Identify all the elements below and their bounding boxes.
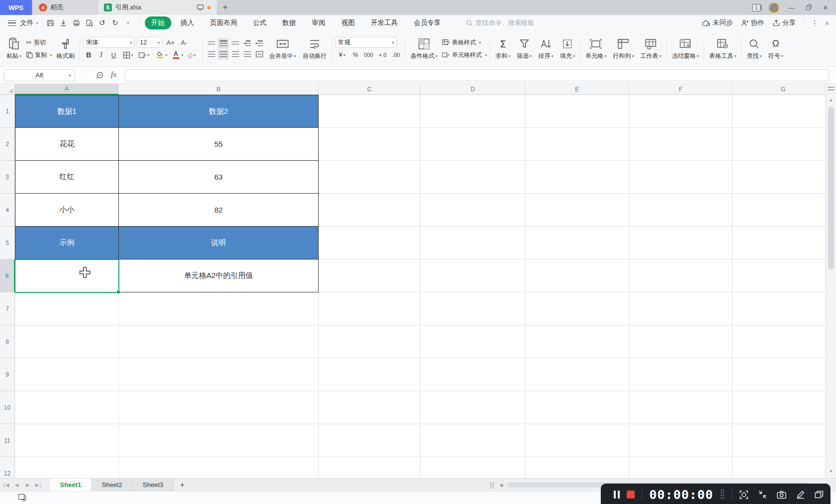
cell-E2[interactable] <box>525 128 629 161</box>
cell-G9[interactable] <box>733 358 825 391</box>
zoom-out-icon[interactable] <box>96 71 104 80</box>
merge-center-button[interactable]: 合并居中▾ <box>267 36 298 61</box>
restore-button[interactable] <box>804 4 813 11</box>
cell-G5[interactable] <box>733 227 825 259</box>
column-header-B[interactable]: B <box>119 84 319 95</box>
save-button[interactable] <box>44 17 56 28</box>
align-top-button[interactable] <box>206 38 217 48</box>
cell-F6[interactable] <box>629 259 733 292</box>
align-middle-button[interactable] <box>218 38 229 48</box>
cell-F3[interactable] <box>629 161 733 194</box>
column-header-D[interactable]: D <box>420 84 525 95</box>
prev-sheet-button[interactable]: ◀ <box>11 483 22 488</box>
cell-F5[interactable] <box>629 227 733 259</box>
cell-D9[interactable] <box>420 358 525 391</box>
row-header-6[interactable]: 6 <box>0 259 15 292</box>
print-button[interactable] <box>70 17 82 28</box>
cell-C12[interactable] <box>319 457 420 478</box>
close-button[interactable]: ✕ <box>821 4 830 11</box>
paste-button[interactable]: 粘贴▾ <box>4 36 23 61</box>
file-menu[interactable]: 文件 <box>20 18 33 27</box>
wps-menu-button[interactable]: WPS <box>0 0 32 15</box>
collapse-ribbon-button[interactable]: ∧ <box>825 20 829 26</box>
cell-F4[interactable] <box>629 194 733 227</box>
cell-A6[interactable] <box>15 259 119 292</box>
annotate-pen-icon[interactable] <box>796 490 805 499</box>
cell-B8[interactable] <box>119 325 319 358</box>
select-all-corner[interactable] <box>0 84 15 95</box>
underline-button[interactable]: U <box>108 49 119 60</box>
cell-C1[interactable] <box>319 95 420 128</box>
tab-document[interactable]: S 引用.xlsx <box>98 0 217 15</box>
align-bottom-button[interactable] <box>230 38 241 48</box>
cell-A12[interactable] <box>15 457 119 478</box>
collaborate-button[interactable]: 协作 <box>741 18 764 27</box>
table-tools-button[interactable]: 表格工具▾ <box>707 36 738 61</box>
hamburger-icon[interactable] <box>8 20 16 26</box>
cell-A4[interactable]: 小小 <box>15 194 119 227</box>
cell-G10[interactable] <box>733 391 825 424</box>
fill-color-button[interactable]: ▾ <box>152 49 167 60</box>
vertical-scroll-thumb[interactable] <box>828 107 834 269</box>
draw-border-button[interactable]: ▾ <box>136 49 151 60</box>
drag-handle-icon[interactable] <box>720 489 725 500</box>
cell-E8[interactable] <box>525 325 629 358</box>
hscroll-left-icon[interactable]: ◀ <box>499 483 503 488</box>
cell-A11[interactable] <box>15 424 119 457</box>
number-format-combo[interactable]: 常规▾ <box>335 37 397 48</box>
cell-B11[interactable] <box>119 424 319 457</box>
cell-D8[interactable] <box>420 325 525 358</box>
row-header-3[interactable]: 3 <box>0 161 15 194</box>
shrink-font-button[interactable]: A- <box>178 37 190 48</box>
share-button[interactable]: 分享 <box>773 18 796 27</box>
cell-B7[interactable] <box>119 292 319 325</box>
cell-A9[interactable] <box>15 358 119 391</box>
cell-F11[interactable] <box>629 424 733 457</box>
font-name-combo[interactable]: 宋体▾ <box>83 37 135 48</box>
tab-docer[interactable]: d 稻壳 <box>33 0 97 15</box>
menu-tab-2[interactable]: 页面布局 <box>204 16 244 29</box>
cells-button[interactable]: 单元格▾ <box>583 36 608 61</box>
cell-C2[interactable] <box>319 128 420 161</box>
cell-A3[interactable]: 红红 <box>15 161 119 194</box>
cell-D3[interactable] <box>420 161 525 194</box>
wrap-text-button[interactable]: 自动换行 <box>301 36 329 61</box>
font-size-combo[interactable]: 12▾ <box>137 37 163 48</box>
last-sheet-button[interactable]: ▶❘ <box>33 483 44 488</box>
sheet-tab-Sheet1[interactable]: Sheet1 <box>50 479 92 491</box>
cell-B4[interactable]: 82 <box>119 194 319 227</box>
new-tab-button[interactable]: + <box>217 0 234 15</box>
cell-B10[interactable] <box>119 391 319 424</box>
cell-D11[interactable] <box>420 424 525 457</box>
cell-F1[interactable] <box>629 95 733 128</box>
tab-splitter-icon[interactable] <box>490 482 494 489</box>
sheet-tab-Sheet2[interactable]: Sheet2 <box>92 479 133 491</box>
command-search[interactable]: 查找命令、搜索模板 <box>466 18 534 27</box>
cell-G12[interactable] <box>733 457 825 478</box>
vertical-scrollbar[interactable]: ▲ ▼ <box>825 84 836 478</box>
menu-tab-5[interactable]: 审阅 <box>306 16 332 29</box>
thousands-button[interactable]: 000 <box>362 49 375 60</box>
cell-B12[interactable] <box>119 457 319 478</box>
cell-B6[interactable]: 单元格A2中的引用值 <box>119 259 319 292</box>
cell-B2[interactable]: 55 <box>119 128 319 161</box>
row-header-12[interactable]: 12 <box>0 457 15 478</box>
window-count-badge[interactable]: 1 <box>752 4 761 11</box>
cell-F2[interactable] <box>629 128 733 161</box>
row-header-8[interactable]: 8 <box>0 325 15 358</box>
cell-B3[interactable]: 63 <box>119 161 319 194</box>
cell-C5[interactable] <box>319 227 420 259</box>
print-preview-button[interactable] <box>83 17 95 28</box>
menu-tab-1[interactable]: 插入 <box>174 16 201 29</box>
currency-button[interactable]: ¥▾ <box>335 49 349 60</box>
cell-A1[interactable]: 数据1 <box>15 95 119 128</box>
copy-button[interactable]: 复制▾ <box>26 49 52 60</box>
stop-button[interactable] <box>627 491 635 499</box>
cell-F12[interactable] <box>629 457 733 478</box>
js-window-icon[interactable]: JS <box>18 494 27 502</box>
increase-indent-button[interactable]: ▸ <box>254 38 265 48</box>
cell-E3[interactable] <box>525 161 629 194</box>
fill-button[interactable]: 填充▾ <box>558 36 577 61</box>
cell-F9[interactable] <box>629 358 733 391</box>
column-header-C[interactable]: C <box>319 84 420 95</box>
